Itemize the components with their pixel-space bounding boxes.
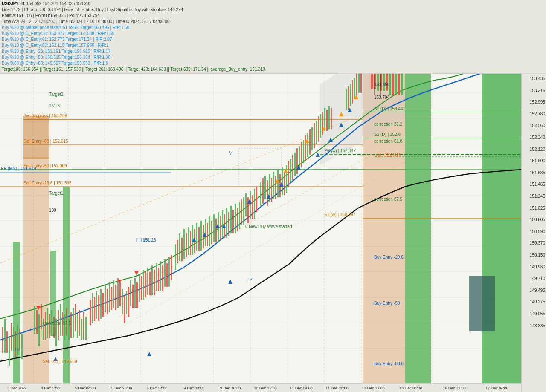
level-153958-label: 153.958 xyxy=(374,82,389,87)
svg-rect-180 xyxy=(294,153,296,176)
sell-entry-23-label: Sell Entry -23.6 | 151.595 xyxy=(23,181,72,185)
price-151685: 151.685 xyxy=(530,170,545,175)
svg-rect-183 xyxy=(301,142,302,167)
time-9dec20: 9 Dec 20:00 xyxy=(220,386,241,390)
time-6dec12: 6 Dec 12:00 xyxy=(147,386,168,390)
svg-rect-203 xyxy=(356,74,357,97)
svg-rect-57 xyxy=(15,331,16,357)
svg-rect-82 xyxy=(79,310,80,336)
svg-text:V: V xyxy=(229,150,233,156)
level-153794-label: 153.794 xyxy=(374,95,389,100)
svg-rect-68 xyxy=(49,314,50,338)
svg-rect-108 xyxy=(136,282,138,308)
svg-rect-154 xyxy=(237,208,238,231)
svg-rect-170 xyxy=(273,172,274,199)
svg-rect-153 xyxy=(235,204,236,233)
svg-rect-137 xyxy=(200,221,202,251)
sell-entry-88-label: Sell Entry -88 | 152.615 xyxy=(23,139,68,144)
correction-87-5-left-label: correction 87.5 xyxy=(43,321,71,326)
symbol: USDJPY.H1 xyxy=(2,1,25,6)
svg-rect-146 xyxy=(220,216,221,240)
svg-text:I V: I V xyxy=(15,347,20,352)
svg-rect-52 xyxy=(4,319,6,353)
time-11dec04: 11 Dec 04:00 xyxy=(290,386,313,390)
time-axis: 3 Dec 2024 4 Dec 12:00 5 Dec 04:00 5 Dec… xyxy=(0,383,521,392)
svg-rect-163 xyxy=(256,187,257,212)
target2-label: Target2 xyxy=(49,92,63,97)
time-11dec20: 11 Dec 20:00 xyxy=(325,386,349,390)
svg-rect-90 xyxy=(98,295,99,321)
svg-rect-89 xyxy=(96,291,97,319)
svg-rect-119 xyxy=(160,261,161,291)
buy-entry-88-6-label: Buy Entry -88.6 xyxy=(374,361,404,366)
price-148835: 148.835 xyxy=(530,323,545,328)
target1-label: Target1 xyxy=(49,191,63,196)
price-150805: 150.805 xyxy=(530,217,545,222)
line6-text: Buy %10 @ C_Entry:38: 153.377 Target:164… xyxy=(2,31,114,36)
header-line-11: Buy %88 @ Entry -88: 149.527 Target:155.… xyxy=(2,61,544,66)
time-3dec: 3 Dec 2024 xyxy=(7,386,27,390)
svg-rect-187 xyxy=(309,129,311,155)
svg-rect-193 xyxy=(322,112,323,135)
svg-rect-158 xyxy=(245,193,247,216)
svg-rect-199 xyxy=(348,86,349,110)
line4-text: Time A:2024.12.12 13:00:00 | Time B:2024… xyxy=(2,19,169,24)
svg-rect-186 xyxy=(307,133,308,157)
price-150150: 150.150 xyxy=(530,253,545,257)
svg-rect-197 xyxy=(331,108,332,129)
line5-text: Buy %20 @ Market price status:51.595% Ta… xyxy=(2,25,129,30)
price-152340: 152.340 xyxy=(530,135,545,140)
svg-rect-118 xyxy=(158,268,159,291)
svg-rect-150 xyxy=(228,212,229,236)
svg-rect-106 xyxy=(132,285,134,308)
svg-rect-198 xyxy=(346,89,347,110)
s2-d-label: S2 (D) | 152.8 xyxy=(374,132,401,137)
header-line-1: USDJPY.H1 154.059 154.201 154.025 154.20… xyxy=(2,1,544,7)
buy-entry-23-6-label: Buy Entry -23.6 xyxy=(374,255,404,259)
line9-text: Buy %20 @ Entry -23: 151.191 Target:156.… xyxy=(2,49,110,54)
svg-rect-94 xyxy=(107,289,108,314)
svg-rect-80 xyxy=(75,304,76,331)
svg-rect-81 xyxy=(77,314,78,338)
svg-rect-64 xyxy=(41,304,42,329)
svg-rect-115 xyxy=(151,265,153,295)
svg-rect-169 xyxy=(271,178,272,202)
svg-rect-60 xyxy=(21,334,23,359)
svg-marker-228 xyxy=(228,280,232,284)
svg-rect-127 xyxy=(179,233,180,261)
svg-rect-179 xyxy=(292,155,293,180)
svg-rect-104 xyxy=(128,287,129,317)
price-151025: 151.025 xyxy=(530,205,545,210)
svg-rect-91 xyxy=(100,289,102,319)
price-151465: 151.465 xyxy=(530,182,545,187)
chart-area: V I V I V l l l l l l Sell Stoploss | 15… xyxy=(0,29,521,383)
line11-text: Buy %88 @ Entry -88: 149.527 Target:155.… xyxy=(2,61,108,66)
time-12dec12: 12 Dec 12:00 xyxy=(362,386,385,390)
svg-rect-159 xyxy=(247,197,249,223)
price-153215: 153.215 xyxy=(530,88,545,92)
svg-rect-84 xyxy=(83,312,84,340)
svg-rect-165 xyxy=(262,178,264,204)
svg-rect-0 xyxy=(13,242,20,383)
correction-87-5-mid-label: correction 87.5 xyxy=(374,197,402,202)
svg-rect-192 xyxy=(320,114,321,138)
line10-text: Buy %20 @ Entry -50: 150.515 Target:156.… xyxy=(2,55,110,60)
svg-rect-190 xyxy=(316,121,317,144)
svg-rect-117 xyxy=(156,263,157,291)
svg-rect-4 xyxy=(23,116,49,159)
svg-rect-195 xyxy=(326,110,328,131)
sell-stoploss-label: Sell Stoploss | 153.259 xyxy=(23,113,67,118)
svg-rect-144 xyxy=(215,219,217,242)
svg-rect-62 xyxy=(36,310,38,334)
svg-rect-122 xyxy=(166,263,168,287)
svg-rect-188 xyxy=(311,127,313,150)
svg-rect-160 xyxy=(250,191,251,219)
svg-rect-88 xyxy=(94,297,95,321)
buy-entry-50-label: Buy Entry -50 xyxy=(374,301,400,306)
header-line-4: Time A:2024.12.12 13:00:00 | Time B:2024… xyxy=(2,19,544,25)
pp-w-label: PP (w) | 152,347 xyxy=(324,148,356,153)
svg-rect-105 xyxy=(130,280,131,306)
price-149710: 149.710 xyxy=(530,276,545,281)
price-152780: 152.780 xyxy=(530,111,545,116)
time-10dec12: 10 Dec 12:00 xyxy=(254,386,277,390)
